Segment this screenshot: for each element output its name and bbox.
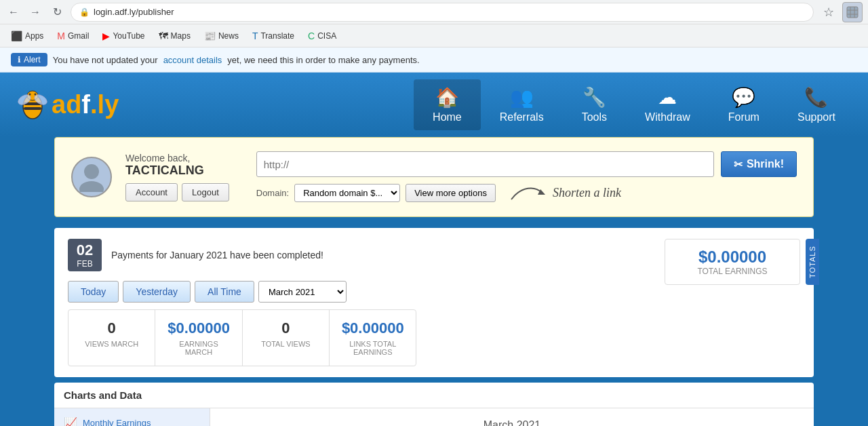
browser-chrome: ← → ↻ 🔒 login.adf.ly/publisher ☆ <box>0 0 868 24</box>
shorten-hint-text: Shorten a link <box>553 186 621 200</box>
left-stats: 02 FEB Payments for January 2021 have be… <box>68 239 416 366</box>
nav-support-label: Support <box>797 111 835 123</box>
totals-label: TOTAL EARNINGS <box>679 267 786 276</box>
nav-referrals[interactable]: 👥 Referrals <box>481 79 563 130</box>
nav-support[interactable]: 📞 Support <box>778 79 854 130</box>
views-march-label: VIEWS MARCH <box>79 340 144 348</box>
yesterday-button[interactable]: Yesterday <box>123 281 191 303</box>
shrink-button[interactable]: ✂ Shrink! <box>721 151 797 177</box>
news-icon: 📰 <box>204 31 216 41</box>
chart-monthly-earnings-item[interactable]: 📈 Monthly Earnings <box>54 408 210 426</box>
withdraw-icon: ☁ <box>658 86 677 109</box>
user-info: Welcome back, TACTICALNG Account Logout <box>125 153 229 201</box>
logo-text: adf.ly <box>52 90 119 119</box>
nav-home-label: Home <box>433 111 462 123</box>
site-wrapper: adf.ly 🏠 Home 👥 Referrals 🔧 Tools ☁ With… <box>0 73 868 426</box>
user-panel: Welcome back, TACTICALNG Account Logout … <box>54 137 814 217</box>
bookmark-maps-label: Maps <box>171 31 191 41</box>
logo-area: adf.ly <box>14 85 119 125</box>
alert-badge-label: Alert <box>24 55 41 64</box>
total-views-label: TOTAL VIEWS <box>254 340 318 348</box>
content-area: Welcome back, TACTICALNG Account Logout … <box>0 137 868 426</box>
stat-links-earnings: $0.00000 LINKS TOTAL EARNINGS <box>330 310 416 366</box>
back-button[interactable]: ← <box>5 4 22 20</box>
support-icon: 📞 <box>804 86 828 109</box>
url-input[interactable] <box>256 151 714 177</box>
bookmark-maps[interactable]: 🗺 Maps <box>153 28 196 44</box>
svg-rect-8 <box>24 107 41 110</box>
logout-button[interactable]: Logout <box>182 183 229 201</box>
alert-bar: ℹ Alert You have not updated your accoun… <box>0 47 868 73</box>
account-button[interactable]: Account <box>125 183 178 201</box>
domain-select[interactable]: Random domain $... <box>294 184 400 202</box>
charts-title-text: Charts and Data <box>64 389 142 401</box>
bookmark-news-label: News <box>218 31 239 41</box>
earnings-march-label: EARNINGS MARCH <box>166 340 231 356</box>
date-announcement: 02 FEB Payments for January 2021 have be… <box>68 239 416 271</box>
domain-row: Domain: Random domain $... View more opt… <box>256 182 797 203</box>
nav-withdraw[interactable]: ☁ Withdraw <box>626 79 709 130</box>
tools-icon: 🔧 <box>583 86 606 109</box>
charts-section: Charts and Data 📈 Monthly Earnings 📊 Pus… <box>54 383 814 426</box>
view-more-options-button[interactable]: View more options <box>406 184 496 202</box>
cisa-icon: C <box>308 31 315 41</box>
stats-grid: 0 VIEWS MARCH $0.00000 EARNINGS MARCH 0 … <box>68 309 416 366</box>
earnings-march-value: $0.00000 <box>166 320 231 337</box>
chart-monthly-earnings-label: Monthly Earnings <box>83 418 151 426</box>
bookmarks-bar: ⬛ Apps M Gmail ▶ YouTube 🗺 Maps 📰 News T… <box>0 24 868 47</box>
reload-button[interactable]: ↻ <box>49 4 65 20</box>
date-day: 02 <box>75 241 95 259</box>
bookmark-cisa[interactable]: C CISA <box>302 28 342 44</box>
svg-rect-0 <box>847 7 858 18</box>
all-time-button[interactable]: All Time <box>195 281 254 303</box>
nav-forum[interactable]: 💬 Forum <box>709 79 778 130</box>
youtube-icon: ▶ <box>102 31 110 41</box>
browser-actions: ☆ <box>819 2 863 22</box>
gmail-icon: M <box>57 31 65 41</box>
referrals-icon: 👥 <box>510 86 534 109</box>
svg-point-13 <box>35 93 37 95</box>
date-badge: 02 FEB <box>68 239 102 271</box>
bookmark-translate[interactable]: T Translate <box>247 28 300 44</box>
nav-tools-label: Tools <box>582 111 607 123</box>
bookmark-news[interactable]: 📰 News <box>199 28 244 44</box>
nav-tools[interactable]: 🔧 Tools <box>563 79 626 130</box>
stat-views-march: 0 VIEWS MARCH <box>68 310 155 366</box>
url-bar[interactable]: 🔒 login.adf.ly/publisher <box>71 3 814 22</box>
nav-withdraw-label: Withdraw <box>645 111 690 123</box>
home-icon: 🏠 <box>435 86 459 109</box>
charts-menu: 📈 Monthly Earnings 📊 Push Ads Earnings ★ <box>54 408 210 426</box>
charts-title: Charts and Data <box>54 383 814 408</box>
totals-tab-label: TOTALS <box>808 246 816 278</box>
alert-message-post: yet, we need this in order to make any p… <box>227 55 419 65</box>
lock-icon: 🔒 <box>79 7 90 17</box>
user-buttons: Account Logout <box>125 183 229 201</box>
bookmark-button[interactable]: ☆ <box>819 3 838 22</box>
account-details-link[interactable]: account details <box>163 55 222 65</box>
chart-period-title: March 2021 <box>221 419 803 426</box>
username-display: TACTICALNG <box>125 163 229 178</box>
shorten-arrow-svg <box>508 182 549 203</box>
nav-home[interactable]: 🏠 Home <box>414 79 481 130</box>
maps-icon: 🗺 <box>159 31 168 41</box>
site-header: adf.ly 🏠 Home 👥 Referrals 🔧 Tools ☁ With… <box>0 73 868 137</box>
announcement-text: Payments for January 2021 have been comp… <box>111 250 323 260</box>
bookmark-apps[interactable]: ⬛ Apps <box>5 28 49 44</box>
apps-icon: ⬛ <box>11 31 22 41</box>
alert-info-icon: ℹ <box>18 55 21 64</box>
bookmark-youtube[interactable]: ▶ YouTube <box>97 28 150 44</box>
totals-panel: $0.00000 TOTAL EARNINGS TOTALS <box>665 239 800 285</box>
profile-icon[interactable] <box>842 2 863 22</box>
today-button[interactable]: Today <box>68 281 119 303</box>
forward-button[interactable]: → <box>27 4 43 20</box>
domain-label: Domain: <box>256 188 289 198</box>
period-buttons: Today Yesterday All Time March 2021 <box>68 281 416 303</box>
translate-icon: T <box>252 31 258 41</box>
totals-box: $0.00000 TOTAL EARNINGS <box>665 239 800 285</box>
welcome-text: Welcome back, <box>125 153 229 163</box>
alert-badge: ℹ Alert <box>11 53 47 66</box>
period-select[interactable]: March 2021 <box>258 281 347 303</box>
bookmark-translate-label: Translate <box>260 31 294 41</box>
bookmark-gmail[interactable]: M Gmail <box>52 28 94 44</box>
stat-total-views: 0 TOTAL VIEWS <box>243 310 330 366</box>
